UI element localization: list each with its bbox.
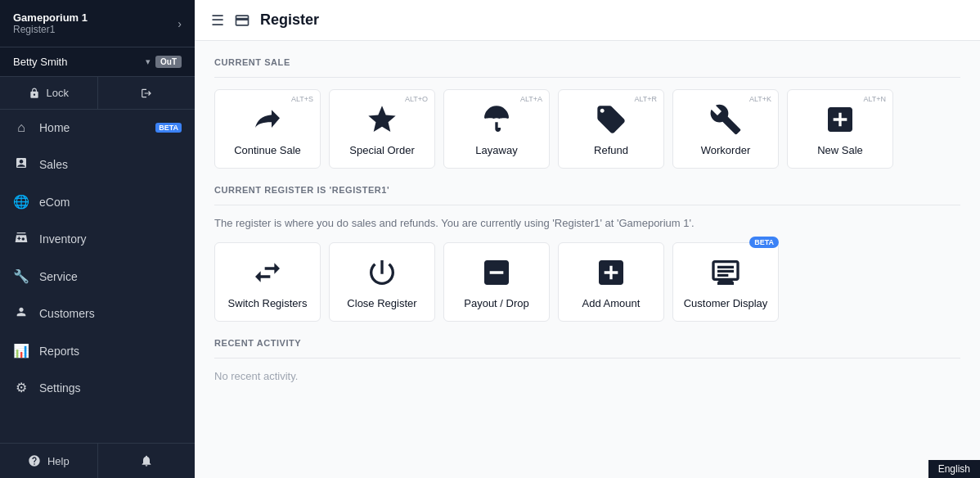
page-content: CURRENT SALE ALT+S Continue Sale ALT+O S… [195, 41, 980, 478]
new-sale-shortcut: ALT+N [863, 95, 886, 103]
help-icon [28, 454, 41, 467]
nav-inventory-label: Inventory [39, 232, 87, 246]
special-order-card[interactable]: ALT+O Special Order [329, 89, 435, 169]
sidebar-footer: Help [0, 443, 195, 478]
nav-ecom-label: eCom [39, 196, 70, 209]
home-beta-badge: BETA [155, 123, 182, 133]
reports-icon: 📊 [13, 343, 29, 358]
switch-registers-icon [251, 256, 284, 289]
sidebar-item-service[interactable]: 🔧 Service [0, 258, 195, 295]
new-sale-card[interactable]: ALT+N New Sale [787, 89, 893, 169]
lock-icon [29, 88, 40, 99]
page-title: Register [260, 11, 319, 29]
register-section-title: CURRENT REGISTER IS 'REGISTER1' [214, 185, 960, 195]
special-order-label: Special Order [349, 144, 414, 156]
store-name: Gameporium 1 [13, 11, 178, 24]
help-label: Help [47, 455, 70, 467]
continue-sale-card[interactable]: ALT+S Continue Sale [214, 89, 321, 169]
current-sale-title: CURRENT SALE [214, 57, 960, 67]
close-register-label: Close Register [347, 297, 416, 309]
workorder-icon [709, 103, 742, 136]
layaway-shortcut: ALT+A [520, 95, 542, 103]
lock-button[interactable]: Lock [0, 77, 98, 109]
user-status-badge: OuT [155, 56, 182, 68]
customer-display-beta-badge: BETA [749, 237, 779, 248]
sidebar-item-inventory[interactable]: Inventory [0, 220, 195, 258]
nav-sales-label: Sales [39, 158, 68, 171]
register-icon [234, 12, 250, 29]
inventory-icon [13, 231, 29, 247]
payout-drop-icon [480, 256, 513, 289]
recent-activity-section: RECENT ACTIVITY No recent activity. [214, 338, 960, 382]
language-bar[interactable]: English [928, 460, 980, 478]
special-order-shortcut: ALT+O [405, 95, 428, 103]
close-register-icon-actual [366, 256, 398, 289]
payout-drop-label: Payout / Drop [464, 297, 529, 309]
recent-activity-title: RECENT ACTIVITY [214, 338, 960, 348]
layaway-icon [480, 103, 513, 136]
help-button[interactable]: Help [0, 444, 98, 478]
sidebar-nav: ⌂ Home BETA Sales 🌐 eCom Inventory 🔧 Ser… [0, 110, 195, 443]
sidebar-item-customers[interactable]: Customers [0, 295, 195, 332]
hamburger-icon[interactable]: ☰ [211, 11, 224, 29]
register-section: CURRENT REGISTER IS 'REGISTER1' The regi… [214, 185, 960, 322]
nav-service-label: Service [39, 270, 78, 283]
customer-display-label: Customer Display [684, 297, 768, 309]
bell-icon [140, 454, 153, 467]
notifications-button[interactable] [98, 444, 196, 478]
customers-icon [13, 305, 29, 322]
workorder-card[interactable]: ALT+K Workorder [672, 89, 779, 169]
register-cards: Switch Registers Close Register Payout /… [214, 242, 960, 322]
expand-icon: › [178, 17, 182, 30]
add-amount-card[interactable]: Add Amount [558, 242, 664, 322]
continue-sale-shortcut: ALT+S [291, 95, 313, 103]
refund-label: Refund [594, 144, 628, 156]
settings-icon: ⚙ [13, 380, 29, 395]
main-content: ☰ Register CURRENT SALE ALT+S Continue S… [195, 0, 980, 478]
logout-icon [141, 88, 152, 99]
logout-button[interactable] [98, 77, 196, 109]
sidebar-item-sales[interactable]: Sales [0, 146, 195, 183]
layaway-label: Layaway [475, 144, 517, 156]
store-register: Register1 [13, 24, 178, 35]
workorder-label: Workorder [701, 144, 750, 156]
refund-card[interactable]: ALT+R Refund [558, 89, 664, 169]
new-sale-label: New Sale [817, 144, 863, 156]
close-register-card[interactable]: Close Register [329, 242, 435, 322]
nav-customers-label: Customers [39, 307, 95, 320]
language-label: English [938, 463, 970, 475]
special-order-icon [366, 103, 398, 136]
sidebar-item-ecom[interactable]: 🌐 eCom [0, 183, 195, 220]
continue-sale-label: Continue Sale [234, 144, 301, 156]
refund-shortcut: ALT+R [634, 95, 657, 103]
home-icon: ⌂ [13, 120, 29, 135]
sidebar-item-settings[interactable]: ⚙ Settings [0, 369, 195, 406]
user-name: Betty Smith [13, 56, 141, 68]
sales-icon [13, 156, 29, 173]
current-sale-section: CURRENT SALE ALT+S Continue Sale ALT+O S… [214, 57, 960, 169]
switch-registers-label: Switch Registers [228, 297, 308, 309]
layaway-card[interactable]: ALT+A Layaway [443, 89, 550, 169]
payout-drop-card[interactable]: Payout / Drop [443, 242, 550, 322]
customer-display-card[interactable]: BETA Customer Display [672, 242, 779, 322]
sidebar: Gameporium 1 Register1 › Betty Smith ▾ O… [0, 0, 195, 478]
switch-registers-card[interactable]: Switch Registers [214, 242, 321, 322]
new-sale-icon [824, 103, 856, 136]
no-activity-text: No recent activity. [214, 370, 960, 382]
store-header[interactable]: Gameporium 1 Register1 › [0, 0, 195, 47]
lock-logout-bar: Lock [0, 77, 195, 110]
customer-display-icon [709, 256, 742, 289]
workorder-shortcut: ALT+K [749, 95, 771, 103]
sidebar-item-home[interactable]: ⌂ Home BETA [0, 110, 195, 146]
sidebar-item-reports[interactable]: 📊 Reports [0, 332, 195, 369]
continue-sale-icon [251, 103, 284, 136]
current-sale-cards: ALT+S Continue Sale ALT+O Special Order … [214, 89, 960, 169]
nav-reports-label: Reports [39, 345, 79, 358]
refund-icon [595, 103, 627, 136]
store-info: Gameporium 1 Register1 [13, 11, 178, 35]
topbar: ☰ Register [195, 0, 980, 41]
user-bar[interactable]: Betty Smith ▾ OuT [0, 47, 195, 77]
nav-home-label: Home [39, 121, 70, 134]
lock-label: Lock [47, 87, 69, 99]
service-icon: 🔧 [13, 268, 29, 284]
